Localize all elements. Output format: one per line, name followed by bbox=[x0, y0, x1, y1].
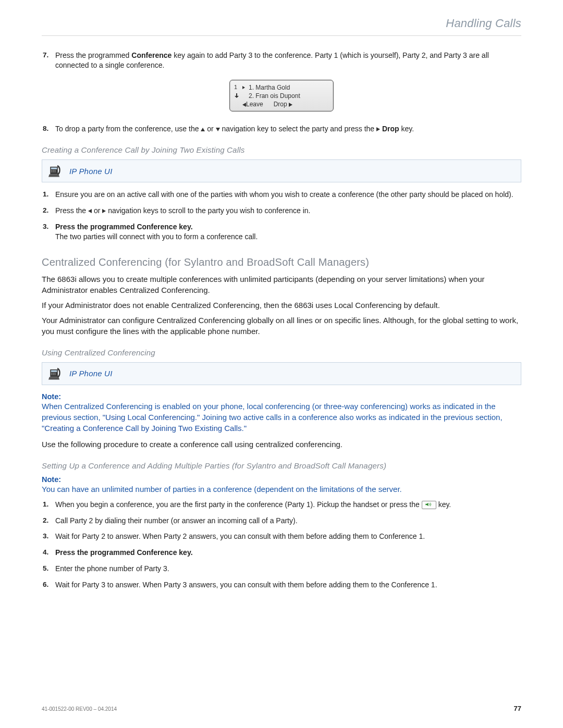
step-number: 5. bbox=[43, 564, 48, 573]
ip-phone-ui-label: IP Phone UI bbox=[69, 167, 113, 176]
step-text: Press the bbox=[55, 206, 88, 215]
step-number: 2. bbox=[43, 206, 48, 215]
screen-col1-bot bbox=[234, 92, 239, 100]
screen-line2: 2. Fran ois Dupont bbox=[249, 92, 300, 100]
step-number: 8. bbox=[43, 124, 48, 133]
doc-id: 41-001522-00 REV00 – 04.2014 bbox=[42, 706, 117, 712]
svg-rect-6 bbox=[54, 171, 55, 172]
step-number: 7. bbox=[43, 51, 48, 60]
svg-rect-4 bbox=[51, 171, 52, 172]
list-item: 4. Press the programmed Conference key. bbox=[55, 548, 521, 558]
svg-rect-9 bbox=[53, 373, 54, 374]
paragraph: The 6863i allows you to create multiple … bbox=[42, 274, 521, 295]
step-list-join: 1. Ensure you are on an active call with… bbox=[42, 190, 521, 242]
section-heading-join: Creating a Conference Call by Joining Tw… bbox=[42, 145, 521, 154]
svg-rect-10 bbox=[54, 373, 55, 374]
step-text-bold: Conference bbox=[137, 548, 177, 557]
step-list-top: 7. Press the programmed Conference key a… bbox=[42, 51, 521, 70]
step-number: 4. bbox=[43, 548, 48, 557]
svg-rect-13 bbox=[54, 374, 55, 375]
step-text: Wait for Party 2 to answer. When Party 2… bbox=[55, 532, 425, 540]
phone-icon bbox=[48, 367, 62, 380]
step-text: or bbox=[205, 125, 215, 133]
step-text: To drop a party from the conference, use… bbox=[55, 125, 201, 133]
step-text: Wait for Party 3 to answer. When Party 3… bbox=[55, 581, 437, 589]
speaker-key-icon bbox=[422, 501, 436, 509]
svg-rect-1 bbox=[51, 170, 52, 171]
list-item: 1. When you begin a conference, you are … bbox=[55, 500, 521, 510]
svg-rect-12 bbox=[53, 374, 54, 375]
step-list-setup: 1. When you begin a conference, you are … bbox=[42, 500, 521, 590]
step-text: key. bbox=[399, 125, 414, 133]
svg-rect-7 bbox=[51, 370, 57, 372]
step-text-bold: Conference bbox=[137, 223, 177, 231]
page-header-title: Handling Calls bbox=[42, 17, 521, 36]
ip-phone-ui-box: IP Phone UI bbox=[42, 362, 521, 385]
step-text: key. bbox=[177, 223, 192, 231]
link-using-local-conferencing[interactable]: "Using Local Conferencing." bbox=[103, 413, 200, 422]
svg-rect-5 bbox=[53, 171, 54, 172]
list-item: 1. Ensure you are on an active call with… bbox=[55, 190, 521, 200]
step-text: Press the programmed bbox=[55, 223, 137, 231]
svg-rect-2 bbox=[53, 170, 54, 171]
svg-rect-8 bbox=[51, 373, 52, 374]
section-heading-centralized: Centralized Conferencing (for Sylantro a… bbox=[42, 256, 521, 268]
list-item: 2. Call Party 2 by dialing their number … bbox=[55, 516, 521, 526]
section-heading-setup: Setting Up a Conference and Adding Multi… bbox=[42, 461, 521, 470]
step-text-bold: Drop bbox=[380, 125, 399, 133]
step-text: Press the programmed bbox=[55, 51, 131, 59]
step-number: 1. bbox=[43, 500, 48, 509]
step-number: 3. bbox=[43, 532, 48, 541]
step-text: navigation key to select the party and p… bbox=[220, 125, 376, 133]
step-text: or bbox=[92, 206, 102, 215]
step-text: Ensure you are on an active call with on… bbox=[55, 190, 513, 199]
screen-leave: Leave bbox=[246, 101, 263, 108]
step-text: Call Party 2 by dialing their number (or… bbox=[55, 516, 298, 525]
step-text: key. bbox=[177, 548, 192, 557]
paragraph: If your Administrator does not enable Ce… bbox=[42, 300, 521, 311]
step-text: Enter the phone number of Party 3. bbox=[55, 564, 169, 573]
section-heading-using: Using Centralized Conferencing bbox=[42, 348, 521, 357]
svg-rect-0 bbox=[51, 168, 57, 169]
arrow-right-icon bbox=[242, 86, 245, 89]
phone-icon bbox=[48, 164, 62, 178]
phone-screen-figure: 1 1. Martha Gold 2. Fran ois Dupont Leav… bbox=[229, 80, 334, 112]
arrow-left-icon bbox=[88, 209, 92, 213]
list-item: 3. Wait for Party 2 to answer. When Part… bbox=[55, 532, 521, 541]
step-text: Press the programmed bbox=[55, 548, 137, 557]
list-item: 2. Press the or navigation keys to scrol… bbox=[55, 206, 521, 216]
step-number: 2. bbox=[43, 516, 48, 525]
screen-line1: 1. Martha Gold bbox=[249, 83, 290, 92]
step-list-top-2: 8. To drop a party from the conference, … bbox=[42, 124, 521, 134]
arrow-down-icon bbox=[216, 128, 220, 131]
step-number: 3. bbox=[43, 222, 48, 231]
step-text: key. bbox=[438, 500, 451, 509]
arrow-right-icon bbox=[289, 103, 292, 107]
paragraph: Your Administrator can configure Central… bbox=[42, 315, 521, 337]
list-item: 3. Press the programmed Conference key. … bbox=[55, 222, 521, 242]
step-number: 6. bbox=[43, 580, 48, 589]
step-subtext: The two parties will connect with you to… bbox=[55, 232, 521, 242]
paragraph: Use the following procedure to create a … bbox=[42, 439, 521, 450]
arrow-left-icon bbox=[242, 103, 246, 107]
note-label: Note: bbox=[42, 392, 521, 401]
note-body: You can have an unlimited number of part… bbox=[42, 484, 521, 495]
note-body: When Centralized Conferencing is enabled… bbox=[42, 401, 521, 434]
list-item: 6. Wait for Party 3 to answer. When Part… bbox=[55, 580, 521, 590]
step-8: 8. To drop a party from the conference, … bbox=[55, 124, 521, 134]
step-text-bold: Conference bbox=[131, 51, 172, 59]
step-text: When you begin a conference, you are the… bbox=[55, 500, 422, 509]
svg-rect-3 bbox=[54, 170, 55, 171]
page-number: 77 bbox=[514, 705, 521, 712]
step-number: 1. bbox=[43, 190, 48, 199]
svg-rect-11 bbox=[51, 374, 52, 375]
list-item: 5. Enter the phone number of Party 3. bbox=[55, 564, 521, 574]
note-text: Joining two active calls in a conference… bbox=[200, 413, 502, 422]
step-7: 7. Press the programmed Conference key a… bbox=[55, 51, 521, 70]
link-creating-conference-call[interactable]: "Creating a Conference Call by Joining T… bbox=[42, 424, 247, 433]
note-label: Note: bbox=[42, 475, 521, 484]
screen-drop: Drop bbox=[274, 101, 287, 108]
ip-phone-ui-label: IP Phone UI bbox=[69, 369, 113, 378]
step-text: navigation keys to scroll to the party y… bbox=[106, 206, 310, 215]
screen-col1-top: 1 bbox=[234, 83, 239, 91]
